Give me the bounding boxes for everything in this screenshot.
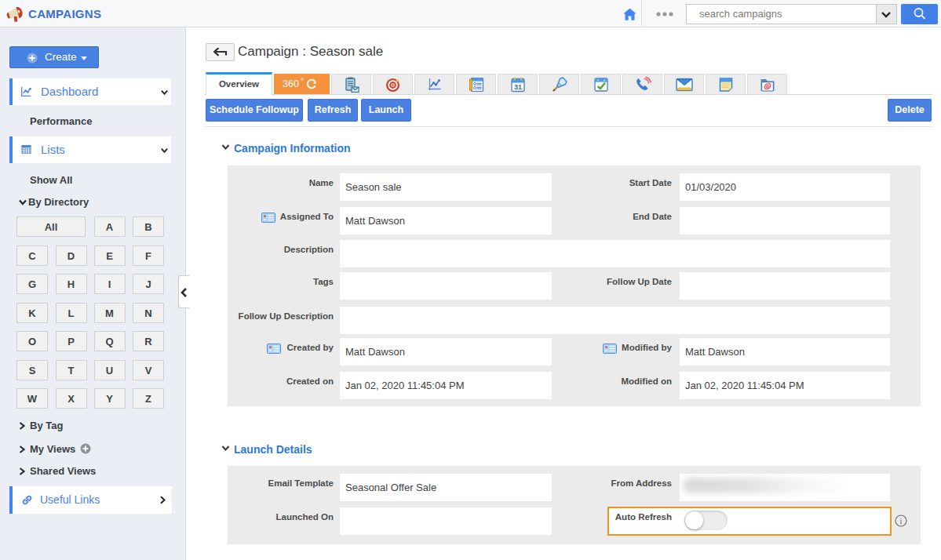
- svg-text:i: i: [900, 517, 903, 525]
- svg-text:31: 31: [513, 83, 521, 91]
